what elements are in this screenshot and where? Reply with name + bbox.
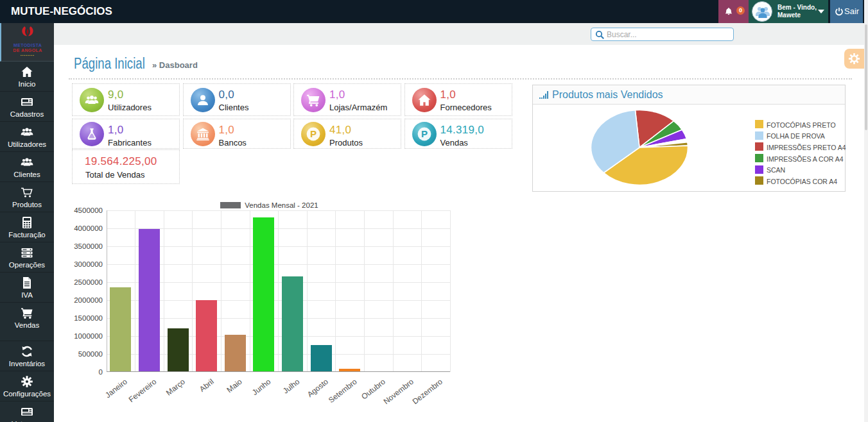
user-badge-icon <box>191 88 215 112</box>
page-scrollbar[interactable] <box>864 0 868 422</box>
main-content: Página Inicial » Dasboard 9,0Utilizadore… <box>54 45 864 422</box>
breadcrumb: » Dasboard <box>152 60 198 70</box>
pie-panel-body: FOTOCÓPIAS PRETOFOLHA DE PROVAIMPRESSÕES… <box>533 105 845 192</box>
bar-setembro[interactable] <box>339 369 360 371</box>
avatar <box>752 1 772 22</box>
brand-title: MUTUE-NEGÓCIOS <box>11 0 112 23</box>
logo-dots: ▪▪▪▪▪▪▪▪ <box>1 53 54 57</box>
gridline <box>278 210 279 373</box>
users-icon <box>1 156 53 169</box>
legend-label: Vendas Mensal - 2021 <box>245 201 318 209</box>
info-box-value: 1,0 <box>108 124 124 137</box>
page-title: Página Inicial <box>74 55 145 72</box>
y-tick-label: 4000000 <box>64 224 103 232</box>
bar-chart-legend[interactable]: Vendas Mensal - 2021 <box>98 199 441 209</box>
breadcrumb-item[interactable]: Dasboard <box>159 60 198 70</box>
sidebar-item-label: Operações <box>1 261 53 269</box>
sidebar: METODISTA DE ANGOLA ▪▪▪▪▪▪▪▪ InicioCadas… <box>0 23 54 422</box>
bar-maio[interactable] <box>225 335 246 371</box>
bar-fevereiro[interactable] <box>139 229 160 371</box>
notifications-button[interactable]: 0 <box>718 0 749 23</box>
sidebar-item-cadastros[interactable]: Cadastros <box>0 92 54 122</box>
y-tick-label: 2000000 <box>64 296 103 304</box>
pie-panel: Produtos mais Vendidos FOTOCÓPIAS PRETOF… <box>532 85 846 192</box>
sidebar-item-listagens[interactable]: Listagens <box>0 401 54 422</box>
bar-junho[interactable] <box>253 217 274 371</box>
users-badge-icon <box>80 88 104 112</box>
sidebar-item-label: Facturação <box>1 231 53 239</box>
logo-text-2: DE ANGOLA <box>1 48 54 53</box>
content-header-strip <box>54 23 864 45</box>
bar-janeiro[interactable] <box>110 287 131 371</box>
notifications-badge: 0 <box>736 6 745 15</box>
legend-swatch <box>755 142 763 151</box>
sidebar-item-label: IVA <box>1 291 53 300</box>
info-box-vendas: P14.319,0Vendas <box>404 119 512 149</box>
flask-badge-icon <box>80 122 104 146</box>
sidebar-item-operacoes[interactable]: Operações <box>0 242 54 273</box>
user-menu[interactable]: Bem - Vindo,Mawete <box>749 0 828 23</box>
info-box-value: 1,0 <box>440 89 456 101</box>
bar-julho[interactable] <box>282 276 303 371</box>
newspaper-icon <box>1 405 53 418</box>
sidebar-item-clientes[interactable]: Clientes <box>0 152 54 182</box>
bell-icon <box>724 7 733 16</box>
sidebar-item-vendas[interactable]: Vendas <box>0 303 54 341</box>
home-badge-icon <box>412 88 437 112</box>
info-box-value: 9,0 <box>108 89 124 101</box>
gear-icon <box>848 53 860 65</box>
sidebar-logo[interactable]: METODISTA DE ANGOLA ▪▪▪▪▪▪▪▪ <box>0 23 54 62</box>
bar-agosto[interactable] <box>311 345 332 371</box>
gridline <box>250 210 250 373</box>
y-tick-label: 0 <box>64 368 103 376</box>
sidebar-item-configuracoes[interactable]: Configurações <box>0 371 54 401</box>
total-vendas-label: Total de Vendas <box>85 170 145 180</box>
legend-label: FOTOCÓPIAS COR A4 <box>767 178 837 185</box>
sidebar-item-utilizadores[interactable]: Utilizadores <box>0 122 54 152</box>
y-tick-label: 500000 <box>64 350 103 358</box>
cart-badge-icon <box>301 88 326 112</box>
info-box-clientes: 0,0Clientes <box>183 83 291 116</box>
y-tick-label: 1000000 <box>64 332 103 340</box>
logo-text-1: METODISTA <box>1 43 54 48</box>
sidebar-item-facturacao[interactable]: Facturação <box>0 212 54 242</box>
bank-badge-icon <box>191 122 215 146</box>
settings-flap-button[interactable] <box>844 49 864 69</box>
total-vendas-value: 19.564.225,00 <box>85 155 157 168</box>
gear-icon <box>1 375 53 388</box>
sidebar-item-produtos[interactable]: Produtos <box>0 182 54 212</box>
info-box-label: Lojas/Armazém <box>329 103 387 112</box>
bar-março[interactable] <box>168 328 189 371</box>
cart-icon <box>1 307 53 319</box>
home-icon <box>1 65 53 78</box>
legend-label: FOTOCÓPIAS PRETO <box>767 121 836 129</box>
sidebar-item-iva[interactable]: IVA <box>0 273 54 303</box>
pie-panel-header: Produtos mais Vendidos <box>533 85 845 105</box>
bar-chart-icon <box>539 91 548 99</box>
sidebar-item-inventarios[interactable]: Inventários <box>0 341 54 371</box>
sidebar-item-label: Cadastros <box>1 110 53 119</box>
info-box-produtos: P41,0Produtos <box>293 119 401 149</box>
gridline <box>307 210 308 373</box>
cart-outline-icon <box>1 186 53 199</box>
logout-button[interactable]: Sair <box>830 0 863 23</box>
bar-chart-plot-area <box>107 210 450 373</box>
breadcrumb-separator: » <box>152 60 157 70</box>
gridline <box>364 210 365 373</box>
gridline <box>421 210 422 373</box>
pcoin-badge-icon: P <box>412 122 437 146</box>
sidebar-item-inicio[interactable]: Inicio <box>0 62 54 92</box>
bar-abril[interactable] <box>196 300 217 371</box>
search-box <box>591 28 734 41</box>
legend-label: IMPRESSÕES PRETO A4 <box>767 144 846 151</box>
legend-swatch <box>755 176 763 185</box>
welcome-line-1: Bem - Vindo, <box>777 4 817 11</box>
gridline <box>221 210 221 373</box>
scrollbar-thumb[interactable] <box>865 24 867 130</box>
gridline <box>135 210 135 373</box>
sidebar-item-label: Utilizadores <box>1 140 53 149</box>
file-text-icon <box>1 276 53 289</box>
gridline <box>164 210 164 373</box>
sidebar-item-label: Inventários <box>1 360 53 368</box>
search-input[interactable] <box>607 29 730 40</box>
